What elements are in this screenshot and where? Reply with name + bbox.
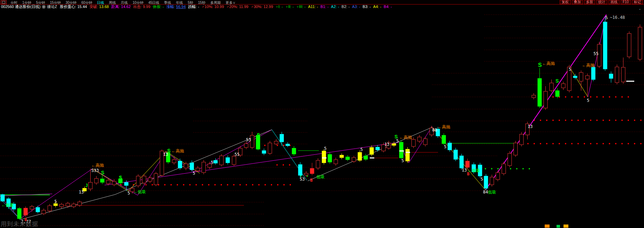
- candle-body: [232, 156, 236, 165]
- indicator-field: A3: -: [352, 5, 360, 9]
- indicator-field: ♀II: -: [285, 5, 294, 9]
- candle-body: [627, 33, 631, 57]
- marker-dot: [584, 143, 585, 144]
- marker-dot: [183, 184, 184, 185]
- marker-dot: [584, 120, 585, 121]
- chart-annotation: S: [167, 148, 170, 153]
- marker-dot: [640, 120, 642, 121]
- marker-dot: [577, 96, 579, 98]
- marker-dot: [485, 168, 486, 169]
- candle-body: [136, 176, 140, 186]
- period-tab-10分钟[interactable]: 10分钟: [130, 1, 146, 5]
- period-tab-15分钟[interactable]: 15分钟: [47, 1, 63, 5]
- indicator-field: 休假: -: [153, 5, 164, 9]
- marker-dot: [571, 96, 573, 98]
- period-tab-月线[interactable]: 月线: [118, 1, 130, 5]
- period-tab-5分钟[interactable]: 5分钟: [34, 1, 48, 5]
- period-tab-更多∨[interactable]: 更多∨: [223, 1, 238, 5]
- marker-dot: [634, 143, 635, 144]
- chart-annotation: ←高抛: [438, 124, 450, 129]
- candle-body: [30, 206, 34, 209]
- toolbar-button-统计[interactable]: 统计: [596, 0, 607, 4]
- period-tab-45日线[interactable]: 45日线: [146, 1, 162, 5]
- period-tab-周线[interactable]: 周线: [107, 1, 118, 5]
- indicator-field: A11: -: [308, 5, 318, 9]
- toolbar-button-标记[interactable]: 标记: [632, 0, 643, 4]
- marker-dot: [571, 143, 573, 144]
- toolbar-button-多股[interactable]: 多股: [584, 0, 595, 4]
- toolbar-button-画线[interactable]: 画线: [608, 0, 620, 4]
- candle-body: [454, 150, 458, 159]
- toolbar-button-叠加[interactable]: 叠加: [572, 0, 583, 4]
- toolbar-button-复权[interactable]: 复权: [560, 0, 571, 4]
- marker-dot: [621, 96, 623, 98]
- marker-dot: [565, 96, 566, 98]
- marker-dot: [202, 184, 203, 185]
- chart-mode-icon[interactable]: [1, 0, 7, 4]
- period-tab-多周期[interactable]: 多周期: [208, 1, 223, 5]
- marker-dot: [615, 120, 616, 121]
- candle-body: [89, 182, 92, 189]
- period-tab-1分钟[interactable]: 1分钟: [20, 1, 34, 5]
- chart-annotation: ←高抛: [582, 63, 595, 68]
- collapse-icon[interactable]: ∨: [42, 5, 46, 9]
- period-tab-日线[interactable]: 日线: [95, 1, 107, 5]
- candle-body: [72, 204, 76, 207]
- period-tab-季线[interactable]: 季线: [162, 1, 174, 5]
- chart-annotation: 13: [462, 168, 467, 173]
- marker-dot: [307, 175, 308, 177]
- marker-dot: [221, 184, 222, 185]
- marker-dot: [609, 143, 610, 144]
- period-tab-15秒[interactable]: 15秒: [196, 1, 208, 5]
- indicator-field: B4: -: [384, 5, 392, 9]
- candle-body: [376, 147, 380, 150]
- candle-body: [603, 22, 607, 69]
- chart-annotation: 84: [483, 190, 488, 195]
- toolbar-button-F10[interactable]: F10: [621, 0, 631, 4]
- candlestick-chart[interactable]: 1357.77BS33J513555553S3B55135588513B5841…: [0, 0, 644, 228]
- indicator-field: B3: -: [363, 5, 371, 9]
- candle-body: [392, 144, 396, 145]
- marker-dot: [283, 184, 285, 185]
- marker-dot: [584, 96, 585, 98]
- indicator-field: B2: -: [342, 5, 350, 9]
- marker-dot: [145, 184, 147, 185]
- marker-dot: [571, 120, 573, 121]
- chart-annotation: ←高抛: [171, 149, 184, 153]
- candle-body: [573, 76, 577, 78]
- period-tab-5秒[interactable]: 5秒: [185, 1, 196, 5]
- indicator-fields: 股价重心: 15.44突破: 13.68距离: 14.62出击: 9.99休假:…: [60, 5, 394, 9]
- indicator-field: A4: -: [373, 5, 381, 9]
- period-tab-60分钟[interactable]: 60分钟: [79, 1, 94, 5]
- candle-body: [100, 179, 104, 182]
- marker-dot: [189, 184, 191, 185]
- marker-dot: [264, 184, 266, 185]
- zigzag-line: [0, 130, 272, 219]
- candle-body: [484, 176, 488, 188]
- marker-dot: [628, 96, 629, 98]
- candle-body: [561, 84, 565, 88]
- candle-body: [322, 151, 326, 163]
- period-tab-30分钟[interactable]: 30分钟: [63, 1, 79, 5]
- chart-annotation: 5: [360, 147, 363, 152]
- candle-body: [94, 178, 98, 183]
- indicator-name[interactable]: 缠论Z: [47, 5, 57, 9]
- period-tab-分时[interactable]: 分时: [8, 1, 20, 5]
- indicator-field: ♂30%: 12.99: [251, 5, 273, 9]
- marker-dot: [214, 184, 216, 185]
- candle-body: [352, 158, 356, 161]
- chart-annotation: B: [310, 178, 313, 183]
- marker-dot: [546, 120, 547, 121]
- candle-body: [280, 134, 284, 142]
- candle-body: [399, 142, 403, 158]
- marker-dot: [590, 120, 591, 121]
- candle-body: [226, 158, 230, 163]
- chart-annotation: 5: [569, 67, 571, 72]
- marker-dot: [271, 184, 272, 185]
- marker-dot: [152, 184, 153, 185]
- marker-dot: [546, 143, 547, 144]
- chart-annotation: 5: [54, 199, 57, 204]
- marker-dot: [565, 143, 566, 144]
- indicator-field: A2: -: [331, 5, 339, 9]
- period-tab-年线[interactable]: 年线: [174, 1, 185, 5]
